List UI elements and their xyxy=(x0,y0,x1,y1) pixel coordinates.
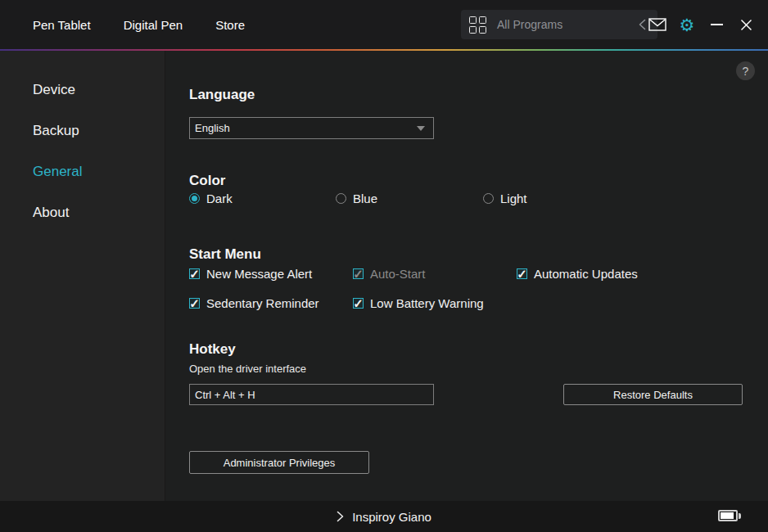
top-bar: Pen Tablet Digital Pen Store All Program… xyxy=(0,0,768,49)
checkbox-label: Low Battery Warning xyxy=(370,296,484,310)
color-heading: Color xyxy=(189,173,225,189)
checkmark-icon: ✓ xyxy=(353,298,364,309)
top-nav: Pen Tablet Digital Pen Store xyxy=(33,0,245,49)
radio-dark-label: Dark xyxy=(206,192,233,205)
all-programs-dropdown[interactable]: All Programs xyxy=(461,10,657,39)
hotkey-input[interactable] xyxy=(189,384,434,405)
checkmark-icon: ✓ xyxy=(189,298,200,309)
hotkey-description: Open the driver interface xyxy=(189,363,306,375)
checkbox-label: Auto-Start xyxy=(370,267,426,281)
sidebar-item-about[interactable]: About xyxy=(33,205,69,221)
general-settings-panel: ? Language English Color Dark Blue Light… xyxy=(165,51,768,501)
radio-blue-label: Blue xyxy=(353,192,377,205)
checkbox-automatic-updates[interactable]: ✓ Automatic Updates xyxy=(517,267,638,281)
chevron-right-icon[interactable] xyxy=(337,511,344,522)
sidebar: Device Backup General About xyxy=(0,51,165,501)
device-name[interactable]: Inspiroy Giano xyxy=(352,510,431,524)
sidebar-item-backup[interactable]: Backup xyxy=(33,123,79,139)
close-icon[interactable] xyxy=(737,16,755,34)
grid-icon xyxy=(469,16,486,34)
battery-icon xyxy=(718,510,741,521)
radio-light-label: Light xyxy=(500,192,527,205)
checkbox-label: Sedentary Reminder xyxy=(206,296,319,310)
checkmark-icon: ✓ xyxy=(189,268,200,279)
nav-digital-pen[interactable]: Digital Pen xyxy=(124,18,183,32)
chevron-down-icon xyxy=(417,126,425,131)
chevron-left-icon[interactable] xyxy=(639,19,646,30)
language-selected-value: English xyxy=(195,122,230,134)
settings-gear-icon[interactable]: ⚙ xyxy=(678,16,696,34)
sidebar-item-device[interactable]: Device xyxy=(33,82,75,98)
window-controls: ⚙ xyxy=(648,0,755,49)
radio-blue-circle xyxy=(336,193,346,204)
language-heading: Language xyxy=(189,87,255,103)
checkbox-auto-start[interactable]: ✓ Auto-Start xyxy=(353,267,426,281)
checkbox-low-battery-warning[interactable]: ✓ Low Battery Warning xyxy=(353,296,484,310)
language-select[interactable]: English xyxy=(189,117,434,139)
color-options: Dark Blue Light xyxy=(189,192,746,208)
administrator-privileges-button[interactable]: Administrator Privileges xyxy=(189,451,369,474)
radio-light[interactable]: Light xyxy=(483,192,527,205)
hotkey-heading: Hotkey xyxy=(189,341,236,358)
all-programs-label: All Programs xyxy=(497,18,562,31)
checkmark-icon: ✓ xyxy=(353,268,364,279)
radio-blue[interactable]: Blue xyxy=(336,192,377,205)
restore-defaults-button[interactable]: Restore Defaults xyxy=(563,384,743,405)
start-menu-heading: Start Menu xyxy=(189,246,261,263)
checkbox-label: Automatic Updates xyxy=(534,267,638,281)
footer-device-bar: Inspiroy Giano xyxy=(0,501,768,532)
checkbox-sedentary-reminder[interactable]: ✓ Sedentary Reminder xyxy=(189,296,319,310)
sidebar-item-general[interactable]: General xyxy=(33,164,82,180)
pen-tablet-driver-window: Pen Tablet Digital Pen Store All Program… xyxy=(0,0,768,532)
checkbox-new-message-alert[interactable]: ✓ New Message Alert xyxy=(189,267,312,281)
radio-dark-circle xyxy=(189,193,200,204)
checkbox-label: New Message Alert xyxy=(206,267,312,281)
checkmark-icon: ✓ xyxy=(517,268,527,279)
mail-icon[interactable] xyxy=(648,16,666,34)
help-icon[interactable]: ? xyxy=(736,61,755,80)
minimize-icon[interactable] xyxy=(707,16,725,34)
nav-pen-tablet[interactable]: Pen Tablet xyxy=(33,18,91,32)
radio-light-circle xyxy=(483,193,494,204)
radio-dark[interactable]: Dark xyxy=(189,192,233,205)
nav-store[interactable]: Store xyxy=(215,18,245,32)
